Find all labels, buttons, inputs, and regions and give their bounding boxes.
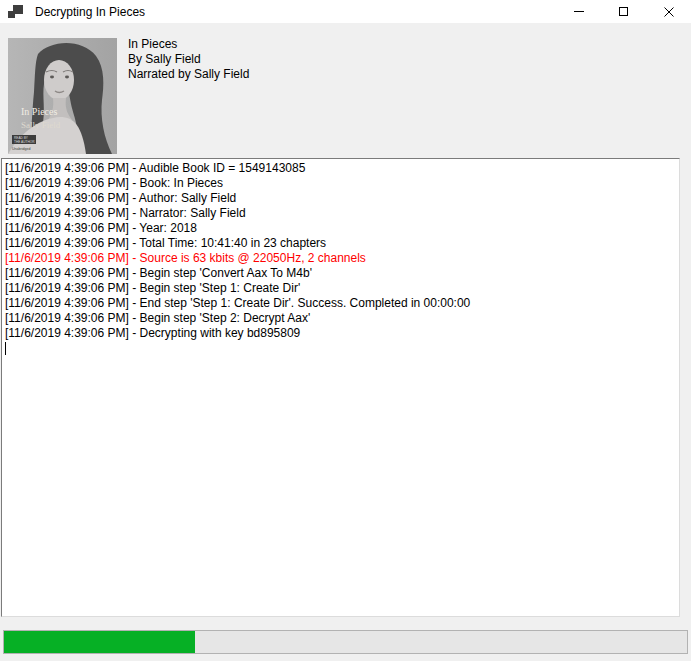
log-line: [11/6/2019 4:39:06 PM] - Source is 63 kb… — [5, 251, 677, 266]
book-info: In Pieces By Sally Field Narrated by Sal… — [128, 37, 249, 82]
close-button[interactable] — [646, 0, 691, 23]
cover-badge-line3: Unabridged — [12, 147, 31, 151]
book-cover-image: In Pieces Sally Field READ BY THE AUTHOR… — [8, 38, 117, 154]
app-icon-square-small — [8, 11, 15, 18]
progress-fill — [4, 631, 195, 653]
log-line: [11/6/2019 4:39:06 PM] - Author: Sally F… — [5, 191, 677, 206]
log-line: [11/6/2019 4:39:06 PM] - Begin step 'Ste… — [5, 281, 677, 296]
log-line: [11/6/2019 4:39:06 PM] - Book: In Pieces — [5, 176, 677, 191]
minimize-icon — [574, 11, 584, 12]
window-title: Decrypting In Pieces — [35, 5, 145, 19]
cover-badge-line2: THE AUTHOR — [14, 140, 35, 144]
book-title: In Pieces — [128, 37, 249, 52]
log-line: [11/6/2019 4:39:06 PM] - Total Time: 10:… — [5, 236, 677, 251]
log-line: [11/6/2019 4:39:06 PM] - End step 'Step … — [5, 296, 677, 311]
window-controls — [556, 0, 691, 23]
app-window: Decrypting In Pieces — [0, 0, 691, 661]
app-icon — [8, 4, 24, 20]
close-icon — [664, 7, 674, 17]
text-caret — [5, 342, 6, 355]
progress-bar — [3, 630, 688, 654]
book-narrator: Narrated by Sally Field — [128, 67, 249, 82]
log-line: [11/6/2019 4:39:06 PM] - Begin step 'Con… — [5, 266, 677, 281]
cover-title-text: In Pieces — [21, 106, 57, 117]
log-line: [11/6/2019 4:39:06 PM] - Year: 2018 — [5, 221, 677, 236]
maximize-button[interactable] — [601, 0, 646, 23]
log-textbox[interactable]: [11/6/2019 4:39:06 PM] - Audible Book ID… — [1, 158, 680, 617]
log-line: [11/6/2019 4:39:06 PM] - Narrator: Sally… — [5, 206, 677, 221]
cover-face-shape — [44, 60, 74, 100]
title-bar: Decrypting In Pieces — [0, 0, 691, 23]
maximize-icon — [619, 7, 628, 16]
minimize-button[interactable] — [556, 0, 601, 23]
log-line: [11/6/2019 4:39:06 PM] - Begin step 'Ste… — [5, 311, 677, 326]
book-author: By Sally Field — [128, 52, 249, 67]
log-line: [11/6/2019 4:39:06 PM] - Decrypting with… — [5, 326, 677, 341]
log-line: [11/6/2019 4:39:06 PM] - Audible Book ID… — [5, 161, 677, 176]
cover-author-text: Sally Field — [21, 120, 61, 130]
